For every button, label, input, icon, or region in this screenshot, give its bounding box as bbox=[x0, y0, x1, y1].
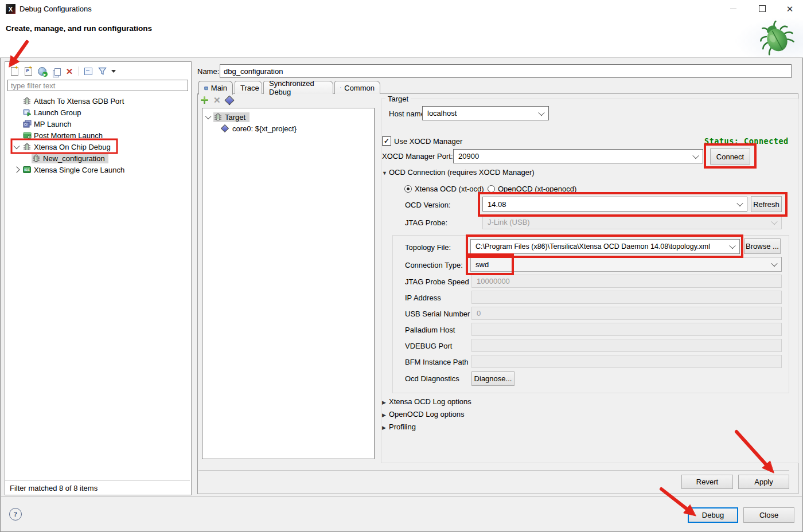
expander-down-icon[interactable] bbox=[13, 143, 20, 149]
usb-serial-input: 0 bbox=[471, 307, 782, 320]
ocd-version-combo[interactable]: 14.08 bbox=[482, 197, 747, 212]
name-input[interactable] bbox=[220, 64, 792, 78]
ocd-connection-section[interactable]: ▼OCD Connection (requires XOCD Manager) bbox=[382, 168, 535, 177]
jtag-probe-value: J-Link (USB) bbox=[488, 218, 530, 226]
xtensa-log-section[interactable]: ▶Xtensa OCD Log options bbox=[382, 397, 471, 406]
tree-item-label: Post Mortem Launch bbox=[32, 131, 105, 140]
connection-type-value: swd bbox=[475, 260, 489, 269]
connection-type-label: Connection Type: bbox=[405, 261, 463, 269]
tab-trace[interactable]: Trace bbox=[235, 81, 262, 94]
chevron-down-icon bbox=[538, 109, 544, 115]
tree-item-single-core[interactable]: ISS Xtensa Single Core Launch bbox=[14, 164, 127, 175]
section-expanded-icon: ▼ bbox=[382, 170, 389, 176]
xocd-port-value: 20900 bbox=[458, 152, 479, 161]
section-collapsed-icon: ▶ bbox=[382, 412, 389, 418]
connect-button[interactable]: Connect bbox=[710, 148, 750, 165]
collapse-all-icon bbox=[84, 68, 92, 75]
radio-openocd[interactable]: OpenOCD (xt-openocd) bbox=[488, 185, 576, 193]
target-tree: Target core0: ${xt_project} bbox=[202, 108, 375, 459]
maximize-button[interactable] bbox=[749, 0, 775, 17]
ip-address-input bbox=[471, 291, 782, 304]
tree-item-label: Xtensa Single Core Launch bbox=[32, 165, 127, 175]
expander-right-icon[interactable] bbox=[13, 166, 20, 173]
export-launch-button[interactable]: ▶ bbox=[36, 65, 48, 77]
tree-item-label: core0: ${xt_project} bbox=[230, 124, 299, 134]
tree-item-target[interactable]: Target bbox=[206, 111, 250, 123]
tab-synchronized-debug[interactable]: Synchronized Debug bbox=[263, 81, 333, 94]
duplicate-button[interactable] bbox=[50, 65, 61, 77]
main-tab-icon bbox=[204, 84, 208, 92]
new-configuration-icon: ✦ bbox=[11, 67, 18, 76]
delete-button[interactable]: ✕ bbox=[64, 65, 75, 77]
jtag-speed-input: 10000000 bbox=[471, 275, 782, 288]
browse-button[interactable]: Browse ... bbox=[744, 238, 781, 254]
close-window-button[interactable]: ✕ bbox=[777, 0, 803, 17]
section-collapsed-icon: ▶ bbox=[382, 400, 389, 405]
target-toolbar: ✕ bbox=[201, 96, 233, 104]
minimize-button[interactable] bbox=[720, 0, 746, 17]
tab-common[interactable]: Common bbox=[334, 81, 380, 94]
help-button[interactable]: ? bbox=[9, 508, 22, 521]
collapse-all-button[interactable] bbox=[83, 65, 94, 77]
tree-item-xtensa-ocd[interactable]: Xtensa On Chip Debug bbox=[14, 141, 113, 152]
jtag-probe-label: JTAG Probe: bbox=[405, 218, 447, 227]
use-xocd-checkbox[interactable]: ✓ bbox=[382, 136, 391, 146]
jtag-probe-combo: J-Link (USB) bbox=[482, 215, 782, 229]
tree-item-core0[interactable]: core0: ${xt_project} bbox=[222, 123, 299, 134]
tree-item-launch-group[interactable]: Launch Group bbox=[22, 107, 83, 118]
palladium-host-label: Palladium Host bbox=[405, 326, 455, 334]
dialog-bottom-divider bbox=[0, 496, 803, 496]
ocd-version-label: OCD Version: bbox=[405, 201, 450, 209]
xocd-port-combo[interactable]: 20900 bbox=[453, 149, 703, 163]
filter-menu-dropdown[interactable] bbox=[110, 65, 117, 77]
close-button[interactable]: Close bbox=[743, 507, 794, 523]
section-label: Xtensa OCD Log options bbox=[389, 397, 471, 406]
tree-item-mp-launch[interactable]: MP Launch bbox=[22, 118, 74, 130]
tree-item-label: Xtensa On Chip Debug bbox=[32, 142, 113, 152]
openocd-log-section[interactable]: ▶OpenOCD Log options bbox=[382, 410, 465, 418]
apply-button[interactable]: Apply bbox=[738, 475, 789, 489]
remove-core-button[interactable]: ✕ bbox=[213, 96, 221, 104]
maximize-icon bbox=[759, 5, 766, 12]
ip-address-label: IP Address bbox=[405, 294, 441, 302]
section-label: OpenOCD Log options bbox=[389, 410, 465, 418]
app-icon: X bbox=[6, 4, 15, 14]
debug-configurations-dialog: X Debug Configurations ✕ Create, manage,… bbox=[0, 0, 803, 532]
debug-button[interactable]: Debug bbox=[688, 507, 738, 523]
minimize-icon bbox=[730, 9, 736, 9]
new-configuration-button[interactable]: ✦ bbox=[9, 65, 20, 77]
connection-type-combo[interactable]: swd bbox=[470, 257, 782, 272]
mp-launch-icon bbox=[22, 119, 32, 128]
expander-down-icon[interactable] bbox=[205, 113, 211, 119]
use-xocd-row: ✓ Use XOCD Manager bbox=[382, 136, 462, 146]
tree-item-post-mortem[interactable]: Post Mortem Launch bbox=[22, 130, 105, 141]
refresh-button[interactable]: Refresh bbox=[751, 196, 782, 212]
core-diamond-button[interactable] bbox=[224, 95, 234, 105]
bfm-path-input bbox=[471, 355, 782, 368]
tree-item-attach-gdb[interactable]: Attach To Xtensa GDB Port bbox=[22, 95, 126, 107]
filter-input[interactable] bbox=[7, 80, 188, 91]
topology-file-combo[interactable]: C:\Program Files (x86)\Tensilica\Xtensa … bbox=[470, 239, 740, 254]
beetle-icon bbox=[756, 19, 797, 56]
new-prototype-button[interactable]: ✦P bbox=[22, 65, 34, 77]
profiling-section[interactable]: ▶Profiling bbox=[382, 423, 416, 431]
add-core-button[interactable] bbox=[201, 96, 208, 104]
host-name-combo[interactable]: localhost bbox=[422, 106, 549, 120]
diagnose-button[interactable]: Diagnose... bbox=[471, 371, 514, 386]
dialog-subtitle: Create, manage, and run configurations bbox=[6, 24, 152, 33]
chevron-down-icon bbox=[736, 200, 743, 206]
usb-serial-label: USB Serial Number bbox=[405, 310, 470, 318]
chevron-down-icon bbox=[729, 242, 735, 249]
radio-label: OpenOCD (xt-openocd) bbox=[498, 185, 576, 193]
revert-button[interactable]: Revert bbox=[681, 475, 733, 489]
core-diamond-icon bbox=[221, 124, 229, 132]
post-mortem-icon bbox=[22, 131, 32, 140]
tab-main[interactable]: Main bbox=[198, 81, 233, 95]
new-prototype-icon: ✦P bbox=[25, 67, 32, 76]
name-label: Name: bbox=[197, 67, 219, 76]
tree-item-new-configuration[interactable]: New_configuration bbox=[32, 152, 108, 164]
radio-xtensa-ocd[interactable]: Xtensa OCD (xt-ocd) bbox=[404, 185, 484, 193]
topology-file-label: Topology File: bbox=[405, 243, 451, 252]
tab-label: Main bbox=[211, 84, 227, 92]
filter-button[interactable] bbox=[96, 65, 108, 77]
